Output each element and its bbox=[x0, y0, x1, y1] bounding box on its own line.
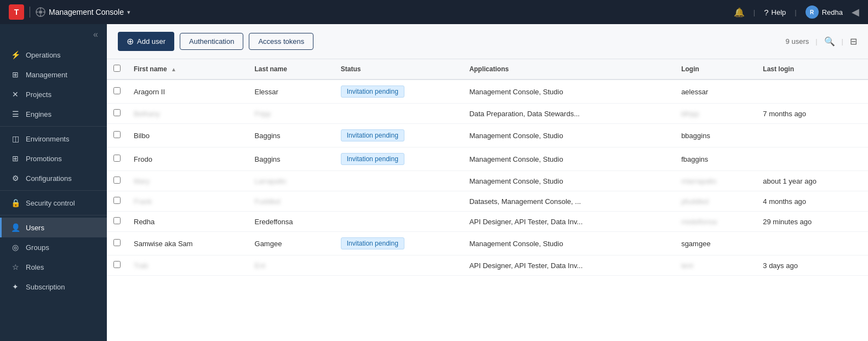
sidebar-item-security-control[interactable]: 🔒 Security control bbox=[0, 193, 107, 213]
th-last-login[interactable]: Last login bbox=[756, 59, 868, 79]
row-checkbox-4[interactable] bbox=[113, 177, 121, 184]
applications-cell: Management Console, Studio bbox=[462, 79, 675, 104]
applications-value: Management Console, Studio bbox=[469, 132, 563, 140]
first-name-cell: Samwise aka Sam bbox=[127, 232, 248, 255]
first-name-value: Redha bbox=[134, 218, 155, 226]
sidebar-divider-security-control bbox=[0, 215, 107, 215]
sidebar-item-environments[interactable]: ◫ Environments bbox=[0, 129, 107, 149]
last-login-value: 29 minutes ago bbox=[763, 218, 812, 226]
nav-separator-1: | bbox=[753, 8, 755, 16]
svg-point-1 bbox=[39, 10, 42, 14]
row-checkbox-cell[interactable] bbox=[107, 171, 127, 191]
first-name-cell: Aragorn II bbox=[127, 79, 248, 104]
applications-value: Management Console, Studio bbox=[469, 88, 563, 96]
topnav-collapse-icon[interactable]: ◀ bbox=[852, 6, 859, 18]
last-name-value: Baggins bbox=[255, 132, 281, 140]
users-icon: 👤 bbox=[10, 223, 20, 232]
row-checkbox-5[interactable] bbox=[113, 197, 121, 204]
app-name-menu[interactable]: Management Console ▾ bbox=[36, 7, 130, 17]
columns-icon[interactable]: ⊟ bbox=[850, 36, 857, 47]
access-tokens-button[interactable]: Access tokens bbox=[249, 33, 313, 50]
login-cell: bfripp bbox=[675, 104, 756, 124]
first-name-value: Bilbo bbox=[134, 132, 150, 140]
row-checkbox-cell[interactable] bbox=[107, 104, 127, 124]
user-menu[interactable]: R Redha bbox=[806, 5, 843, 19]
management-icon: ⊞ bbox=[10, 70, 20, 79]
row-checkbox-8[interactable] bbox=[113, 261, 121, 268]
first-name-cell: Mary bbox=[127, 171, 248, 191]
th-status[interactable]: Status bbox=[334, 59, 463, 79]
first-name-value: Aragorn II bbox=[134, 88, 165, 96]
row-checkbox-cell[interactable] bbox=[107, 79, 127, 104]
login-value: sgamgee bbox=[681, 240, 710, 248]
sidebar-item-management[interactable]: ⊞ Management bbox=[0, 65, 107, 84]
select-all-checkbox[interactable] bbox=[113, 65, 121, 72]
sidebar-item-operations[interactable]: ⚡ Operations bbox=[0, 45, 107, 65]
search-icon[interactable]: 🔍 bbox=[824, 36, 835, 47]
th-last-login-label: Last login bbox=[763, 65, 794, 73]
th-last-name-label: Last name bbox=[255, 65, 287, 73]
status-cell bbox=[334, 212, 463, 232]
row-checkbox-3[interactable] bbox=[113, 155, 121, 162]
first-name-value: Mary bbox=[134, 177, 150, 185]
status-badge: Invitation pending bbox=[341, 86, 404, 98]
applications-cell: API Designer, API Tester, Data Inv... bbox=[462, 255, 675, 276]
last-login-value: about 1 year ago bbox=[763, 177, 816, 185]
last-name-value: Fuddled bbox=[255, 197, 281, 206]
add-user-button[interactable]: ⊕ Add user bbox=[118, 32, 174, 51]
th-last-name[interactable]: Last name bbox=[248, 59, 334, 79]
row-checkbox-cell[interactable] bbox=[107, 212, 127, 232]
sidebar-item-projects[interactable]: ✕ Projects bbox=[0, 84, 107, 104]
sidebar-item-promotions[interactable]: ⊞ Promotions bbox=[0, 149, 107, 168]
sidebar-item-roles[interactable]: ☆ Roles bbox=[0, 257, 107, 277]
notification-icon[interactable]: 🔔 bbox=[734, 7, 745, 18]
row-checkbox-0[interactable] bbox=[113, 87, 121, 94]
sidebar-collapse-button[interactable]: « bbox=[0, 24, 107, 45]
status-badge: Invitation pending bbox=[341, 237, 404, 249]
th-login[interactable]: Login bbox=[675, 59, 756, 79]
applications-cell: Management Console, Studio bbox=[462, 147, 675, 171]
th-applications[interactable]: Applications bbox=[462, 59, 675, 79]
login-cell: sgamgee bbox=[675, 232, 756, 255]
th-login-label: Login bbox=[681, 65, 699, 73]
row-checkbox-cell[interactable] bbox=[107, 191, 127, 212]
sidebar-item-users[interactable]: 👤 Users bbox=[0, 218, 107, 237]
row-checkbox-1[interactable] bbox=[113, 109, 121, 116]
last-login-cell: about 1 year ago bbox=[756, 171, 868, 191]
row-checkbox-7[interactable] bbox=[113, 239, 121, 246]
environments-icon: ◫ bbox=[10, 134, 20, 143]
row-checkbox-cell[interactable] bbox=[107, 255, 127, 276]
row-checkbox-cell[interactable] bbox=[107, 147, 127, 171]
sidebar-item-engines[interactable]: ☰ Engines bbox=[0, 104, 107, 124]
first-name-value: Trab bbox=[134, 262, 148, 270]
last-name-cell: Fripp bbox=[248, 104, 334, 124]
status-cell: Invitation pending bbox=[334, 79, 463, 104]
applications-value: Management Console, Studio bbox=[469, 240, 563, 248]
first-name-value: Frank bbox=[134, 197, 152, 206]
table-row: Trab Ent API Designer, API Tester, Data … bbox=[107, 255, 868, 276]
last-login-cell bbox=[756, 232, 868, 255]
sidebar-item-groups[interactable]: ◎ Groups bbox=[0, 237, 107, 257]
th-applications-label: Applications bbox=[469, 65, 509, 73]
applications-value: API Designer, API Tester, Data Inv... bbox=[469, 262, 583, 270]
sidebar-label-management: Management bbox=[26, 71, 67, 79]
select-all-header[interactable] bbox=[107, 59, 127, 79]
help-button[interactable]: ? Help bbox=[764, 8, 786, 17]
row-checkbox-6[interactable] bbox=[113, 217, 121, 224]
last-login-cell: 7 months ago bbox=[756, 104, 868, 124]
login-value: aelessar bbox=[681, 88, 708, 96]
sidebar-item-configurations[interactable]: ⚙ Configurations bbox=[0, 168, 107, 188]
row-checkbox-2[interactable] bbox=[113, 131, 121, 138]
sidebar-label-roles: Roles bbox=[26, 263, 44, 271]
last-login-value: 7 months ago bbox=[763, 110, 806, 118]
row-checkbox-cell[interactable] bbox=[107, 232, 127, 255]
authentication-button[interactable]: Authentication bbox=[180, 33, 243, 50]
row-checkbox-cell[interactable] bbox=[107, 124, 127, 147]
sidebar-item-subscription[interactable]: ✦ Subscription bbox=[0, 277, 107, 297]
applications-cell: Datasets, Management Console, ... bbox=[462, 191, 675, 212]
applications-value: Management Console, Studio bbox=[469, 177, 563, 185]
last-name-value: Baggins bbox=[255, 155, 281, 163]
th-first-name[interactable]: First name ▲ bbox=[127, 59, 248, 79]
user-name-label: Redha bbox=[822, 8, 843, 16]
last-name-cell: Ent bbox=[248, 255, 334, 276]
